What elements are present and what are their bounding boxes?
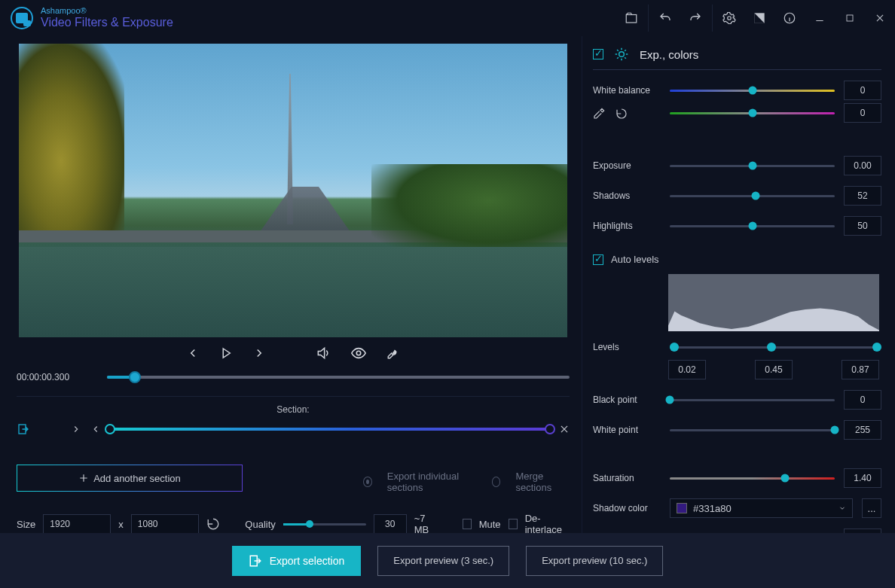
quality-size: ~7 MB <box>414 513 438 535</box>
shadow-color-hex: #331a80 <box>693 503 732 514</box>
prev-section-button[interactable] <box>90 424 101 434</box>
white-point-slider[interactable] <box>670 429 835 431</box>
brand-logo <box>11 7 33 29</box>
chevron-down-icon <box>838 504 846 512</box>
black-point-label: Black point <box>593 395 661 405</box>
color-swatch-icon <box>677 503 687 513</box>
add-section-label: Add another section <box>93 473 181 484</box>
auto-levels-label: Auto levels <box>611 254 659 265</box>
theme-button[interactable] <box>744 3 774 33</box>
levels-handle-black[interactable] <box>670 343 679 352</box>
levels-handle-mid[interactable] <box>767 343 776 352</box>
next-section-button[interactable] <box>71 424 81 434</box>
color-picker-button[interactable]: ... <box>862 498 881 518</box>
reset-size-button[interactable] <box>206 517 220 531</box>
quality-label: Quality <box>245 519 275 530</box>
mute-checkbox[interactable] <box>463 519 472 529</box>
wb-reset-button[interactable] <box>616 108 628 120</box>
add-section-button[interactable]: Add another section <box>17 465 243 492</box>
svg-point-6 <box>619 52 625 57</box>
export-individual-label: Export individual sections <box>387 471 477 493</box>
highlights-label: Highlights <box>593 221 661 231</box>
bottom-bar: Export selection Export preview (3 sec.)… <box>0 533 895 588</box>
next-frame-button[interactable] <box>252 346 266 360</box>
panel-title: Exp., colors <box>640 48 698 61</box>
section-handle-end[interactable] <box>545 424 555 434</box>
export-preview-3-button[interactable]: Export preview (3 sec.) <box>377 546 509 576</box>
section-handle-start[interactable] <box>105 424 115 434</box>
quality-slider[interactable] <box>283 523 366 526</box>
section-out-button[interactable] <box>17 422 30 436</box>
seek-slider[interactable] <box>107 376 570 379</box>
svg-point-4 <box>356 351 361 355</box>
wb-temp-input[interactable] <box>844 81 881 100</box>
levels-white-input[interactable] <box>842 360 879 379</box>
prev-frame-button[interactable] <box>186 346 200 360</box>
section-range[interactable] <box>110 428 550 431</box>
titlebar: Ashampoo® Video Filters & Exposure <box>0 0 895 36</box>
export-selection-button[interactable]: Export selection <box>232 546 362 576</box>
histogram <box>668 274 879 331</box>
preview-toggle-button[interactable] <box>350 345 367 361</box>
play-button[interactable] <box>219 346 233 360</box>
brand-title: Video Filters & Exposure <box>41 16 173 29</box>
tools-button[interactable] <box>386 346 400 360</box>
quality-input[interactable] <box>374 514 407 534</box>
deinterlace-checkbox[interactable] <box>509 519 518 529</box>
highlights-slider[interactable] <box>670 225 835 227</box>
remove-section-button[interactable] <box>559 424 570 434</box>
black-point-slider[interactable] <box>670 399 835 401</box>
export-preview-10-button[interactable]: Export preview (10 sec.) <box>526 546 663 576</box>
white-point-input[interactable] <box>844 420 881 440</box>
levels-label: Levels <box>593 342 661 352</box>
wb-temp-slider[interactable] <box>670 90 835 92</box>
maximize-button[interactable] <box>835 3 865 33</box>
height-input[interactable] <box>131 514 199 534</box>
open-file-button[interactable] <box>616 3 646 33</box>
exposure-label: Exposure <box>593 160 661 171</box>
white-balance-label: White balance <box>593 85 661 96</box>
black-point-input[interactable] <box>844 390 881 410</box>
wb-tint-input[interactable] <box>844 103 881 123</box>
shadow-color-dropdown[interactable]: #331a80 <box>670 498 853 518</box>
merge-sections-radio[interactable] <box>492 477 501 487</box>
deinterlace-label: De-interlace <box>525 513 570 535</box>
levels-handle-white[interactable] <box>872 343 881 352</box>
size-sep: x <box>118 519 124 530</box>
exposure-input[interactable] <box>844 156 881 175</box>
shadows-slider[interactable] <box>670 195 835 197</box>
close-button[interactable] <box>865 3 895 33</box>
wb-tint-slider[interactable] <box>670 112 835 114</box>
brand: Ashampoo® Video Filters & Exposure <box>11 6 173 29</box>
settings-button[interactable] <box>714 3 744 33</box>
exposure-slider[interactable] <box>670 165 835 167</box>
auto-levels-checkbox[interactable] <box>593 254 603 265</box>
panel-enable-checkbox[interactable] <box>593 49 603 59</box>
saturation-slider[interactable] <box>670 477 835 480</box>
minimize-button[interactable] <box>805 3 835 33</box>
time-label: 00:00:00.300 <box>17 372 92 382</box>
highlights-input[interactable] <box>844 216 881 236</box>
levels-mid-input[interactable] <box>755 360 793 379</box>
section-label: Section: <box>17 404 570 415</box>
undo-button[interactable] <box>650 3 680 33</box>
volume-button[interactable] <box>316 346 331 361</box>
svg-rect-0 <box>626 15 637 23</box>
size-label: Size <box>17 519 35 530</box>
shadows-label: Shadows <box>593 190 661 201</box>
redo-button[interactable] <box>680 3 710 33</box>
video-preview[interactable] <box>19 44 567 337</box>
shadows-input[interactable] <box>844 186 881 206</box>
levels-black-input[interactable] <box>668 360 706 379</box>
levels-slider[interactable] <box>670 346 881 349</box>
width-input[interactable] <box>43 514 111 534</box>
svg-point-1 <box>728 17 732 20</box>
brand-small: Ashampoo® <box>41 6 173 16</box>
info-button[interactable] <box>774 3 805 33</box>
saturation-label: Saturation <box>593 473 661 483</box>
export-individual-radio[interactable] <box>363 477 372 487</box>
eyedropper-button[interactable] <box>593 108 605 120</box>
svg-rect-3 <box>847 15 853 21</box>
saturation-input[interactable] <box>844 468 881 488</box>
white-point-label: White point <box>593 425 661 435</box>
